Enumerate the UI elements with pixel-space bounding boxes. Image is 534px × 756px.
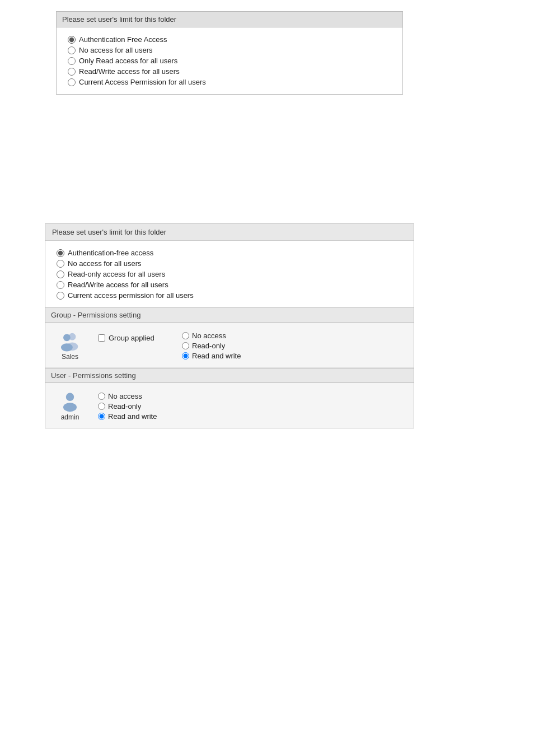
panel1-radio-3[interactable] — [68, 57, 76, 65]
panel2-option-5-label: Current access permission for all users — [68, 291, 194, 300]
group-permissions-row: Sales Group applied No access Read-only … — [45, 323, 414, 368]
panel2-radio-group: Authentication-free access No access for… — [57, 249, 402, 300]
panel2-radio-1[interactable] — [57, 249, 64, 257]
user-avatar-label: admin — [61, 413, 79, 421]
panel1-option-2-label: No access for all users — [79, 46, 153, 54]
svg-point-3 — [61, 343, 73, 351]
group-avatar-label: Sales — [62, 353, 78, 361]
user-no-access-label: No access — [108, 392, 142, 400]
panel2-body: Authentication-free access No access for… — [45, 241, 414, 307]
panel2-option-2-label: No access for all users — [68, 259, 142, 268]
panel1-radio-group: Authentication Free Access No access for… — [68, 35, 391, 86]
group-no-access[interactable]: No access — [182, 332, 241, 340]
group-read-only[interactable]: Read-only — [182, 342, 241, 350]
panel1-option-4[interactable]: Read/Write access for all users — [68, 67, 391, 76]
panel1-option-5[interactable]: Current Access Permission for all users — [68, 78, 391, 86]
user-section-header: User - Permissions setting — [45, 368, 414, 383]
panel2-option-2[interactable]: No access for all users — [57, 259, 402, 268]
group-read-only-label: Read-only — [192, 342, 225, 350]
panel2-radio-2[interactable] — [57, 260, 64, 268]
panel1-header-text: Please set user's limit for this folder — [62, 15, 176, 24]
group-read-write-label: Read and write — [192, 352, 241, 360]
panel1-option-1-label: Authentication Free Access — [79, 35, 167, 44]
user-no-access[interactable]: No access — [98, 392, 157, 400]
user-read-write-label: Read and write — [108, 412, 157, 421]
panel2-option-1[interactable]: Authentication-free access — [57, 249, 402, 257]
group-radio-read-only[interactable] — [182, 342, 189, 349]
svg-point-4 — [66, 393, 74, 401]
panel2: Please set user's limit for this folder … — [45, 223, 414, 428]
user-radio-read-write[interactable] — [98, 413, 105, 420]
group-read-write[interactable]: Read and write — [182, 352, 241, 360]
user-permissions-row: admin No access Read-only Read and write — [45, 383, 414, 428]
user-radio-read-only[interactable] — [98, 403, 105, 410]
svg-point-5 — [63, 403, 77, 412]
user-avatar-section: admin — [53, 390, 87, 421]
panel1-header: Please set user's limit for this folder — [57, 12, 402, 27]
panel1-body: Authentication Free Access No access for… — [57, 27, 402, 94]
group-applied-label: Group applied — [109, 334, 154, 342]
panel2-option-3[interactable]: Read-only access for all users — [57, 270, 402, 278]
group-section-title: Group - Permissions setting — [51, 311, 140, 319]
user-radio-no-access[interactable] — [98, 393, 105, 400]
panel2-radio-3[interactable] — [57, 270, 64, 278]
panel1-radio-5[interactable] — [68, 78, 76, 86]
panel2-option-4[interactable]: Read/Write access for all users — [57, 281, 402, 289]
group-section-header: Group - Permissions setting — [45, 307, 414, 323]
group-avatar-section: Sales — [53, 329, 87, 361]
panel2-header-text: Please set user's limit for this folder — [52, 228, 166, 236]
panel1-radio-1[interactable] — [68, 36, 76, 44]
panel1-option-5-label: Current Access Permission for all users — [79, 78, 206, 86]
group-applied-section[interactable]: Group applied — [98, 329, 171, 342]
user-avatar-icon — [59, 390, 81, 412]
user-read-only[interactable]: Read-only — [98, 402, 157, 410]
group-avatar-icon — [59, 329, 81, 352]
panel1-option-3[interactable]: Only Read access for all users — [68, 57, 391, 65]
group-no-access-label: No access — [192, 332, 226, 340]
panel2-radio-4[interactable] — [57, 281, 64, 289]
group-access-options: No access Read-only Read and write — [182, 329, 241, 360]
panel1-option-1[interactable]: Authentication Free Access — [68, 35, 391, 44]
user-read-only-label: Read-only — [108, 402, 141, 410]
panel1-radio-2[interactable] — [68, 46, 76, 54]
panel1-option-2[interactable]: No access for all users — [68, 46, 391, 54]
panel1: Please set user's limit for this folder … — [56, 11, 403, 95]
user-section-title: User - Permissions setting — [51, 371, 136, 380]
group-radio-read-write[interactable] — [182, 352, 189, 360]
panel2-option-3-label: Read-only access for all users — [68, 270, 165, 278]
group-radio-no-access[interactable] — [182, 332, 189, 339]
panel2-header: Please set user's limit for this folder — [45, 224, 414, 241]
svg-point-2 — [63, 334, 71, 341]
user-access-options: No access Read-only Read and write — [98, 390, 157, 421]
group-applied-checkbox[interactable] — [98, 334, 105, 342]
panel2-option-5[interactable]: Current access permission for all users — [57, 291, 402, 300]
panel1-option-3-label: Only Read access for all users — [79, 57, 177, 65]
panel2-option-4-label: Read/Write access for all users — [68, 281, 168, 289]
user-read-write[interactable]: Read and write — [98, 412, 157, 421]
panel1-radio-4[interactable] — [68, 68, 76, 76]
panel1-option-4-label: Read/Write access for all users — [79, 67, 180, 76]
panel2-option-1-label: Authentication-free access — [68, 249, 153, 257]
panel2-radio-5[interactable] — [57, 292, 64, 300]
